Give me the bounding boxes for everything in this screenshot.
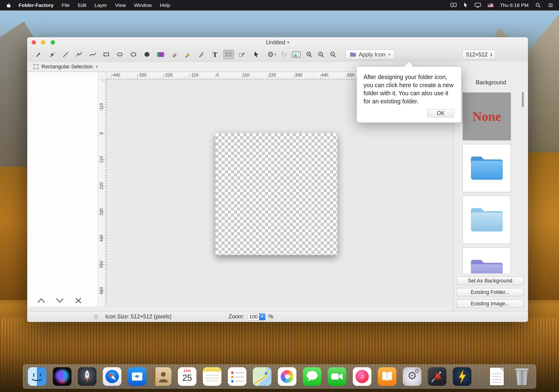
ellipse-tool-button[interactable]: [128, 50, 139, 59]
set-as-background-button[interactable]: Set As Background: [457, 277, 523, 285]
knife-tool-button[interactable]: [196, 50, 207, 59]
zoom-value-input[interactable]: [248, 313, 259, 320]
redo-button[interactable]: ↻: [281, 51, 287, 58]
ruler-label: -110: [99, 101, 104, 114]
menu-view[interactable]: View: [115, 2, 126, 8]
dock-icon-facetime[interactable]: [328, 367, 346, 386]
marquee-selection-tool-button[interactable]: [223, 50, 234, 59]
dock-icon-contacts[interactable]: [153, 367, 171, 386]
menu-file[interactable]: File: [62, 2, 70, 8]
icon-size-stepper[interactable]: 512×512 ▲▼: [462, 50, 496, 59]
pencil-tool-button[interactable]: [183, 50, 193, 59]
dock-icon-finder[interactable]: [28, 367, 47, 386]
menu-edit[interactable]: Edit: [78, 2, 86, 8]
input-source-us-flag-icon[interactable]: [488, 4, 493, 7]
dock-icon-photos[interactable]: [278, 367, 296, 386]
ruler-label: 660: [99, 284, 104, 297]
popover-text: After designing your folder icon, you ca…: [363, 74, 454, 104]
dock-icon-textedit[interactable]: [488, 367, 506, 386]
dock-icon-trash[interactable]: [512, 367, 531, 386]
background-tile-none[interactable]: None: [463, 93, 511, 140]
zoom-actual-size-button[interactable]: [317, 51, 325, 58]
display-mirroring-icon[interactable]: [450, 3, 457, 8]
selection-mode-label: Rectangular Selection: [41, 64, 93, 70]
gear-menu-button[interactable]: ⚙ ▾: [267, 51, 276, 58]
move-layer-up-button[interactable]: [37, 298, 46, 305]
zoom-combo-box[interactable]: ▼: [247, 313, 265, 320]
background-tile-purple-folder[interactable]: [463, 247, 511, 273]
title-bar[interactable]: Untitled ▾: [27, 37, 528, 48]
dock-icon-folder-factory[interactable]: [428, 367, 446, 386]
eraser-tool-button[interactable]: [169, 50, 179, 59]
zoom-label: Zoom:: [229, 313, 244, 320]
rounded-rectangle-tool-button[interactable]: [115, 50, 125, 59]
polyline-tool-button[interactable]: [74, 50, 84, 59]
apple-menu-icon[interactable]: [5, 2, 10, 8]
menu-window[interactable]: Window: [134, 2, 152, 8]
move-layer-down-button[interactable]: [55, 298, 64, 305]
text-tool-glyph: T: [213, 51, 217, 58]
vertical-ruler: -110 0 110 220 330 440 550 660: [98, 80, 107, 307]
background-tile-blue-folder[interactable]: [463, 144, 511, 192]
gear-icon-small: ⚙: [414, 368, 419, 374]
chevron-down-icon: ▾: [274, 52, 276, 57]
zoom-out-button[interactable]: [329, 51, 337, 58]
ruler-label: 330: [99, 205, 104, 219]
cursor-tool-button[interactable]: [251, 50, 261, 59]
dock-icon-ibooks[interactable]: [378, 367, 396, 386]
canvas-transparency-checkerboard[interactable]: [215, 133, 337, 255]
window-title: Untitled: [266, 39, 285, 46]
ruler-label: 550: [347, 73, 354, 78]
zoom-actual-icon: [317, 51, 325, 58]
text-tool-button[interactable]: T: [210, 50, 220, 59]
percent-label: %: [268, 313, 273, 320]
apply-icon-button[interactable]: Apply Icon ▾: [345, 49, 395, 60]
line-tool-button[interactable]: [60, 50, 71, 59]
existing-folder-button[interactable]: Existing Folder...: [457, 288, 523, 296]
background-tile-sky-folder[interactable]: [463, 196, 511, 244]
sidebar-resize-handle[interactable]: [94, 315, 98, 319]
panel-scrollbar-thumb[interactable]: [522, 92, 524, 107]
brush-tool-button[interactable]: [47, 50, 57, 59]
dock-icon-lightning-app[interactable]: [453, 367, 471, 386]
curve-tool-button[interactable]: [88, 50, 98, 59]
icon-size-status: Icon Size: 512×512 (pixels): [105, 313, 171, 320]
menu-clock[interactable]: Thu 6:18 PM: [500, 2, 529, 8]
zoom-in-button[interactable]: [306, 51, 313, 58]
notification-center-icon[interactable]: [548, 3, 554, 8]
menu-layer[interactable]: Layer: [94, 2, 107, 8]
dock-icon-reminders[interactable]: [228, 367, 246, 386]
sky-folder-icon: [469, 205, 505, 234]
spotlight-search-icon[interactable]: [535, 2, 541, 8]
menu-help[interactable]: Help: [160, 2, 170, 8]
polygon-tool-button[interactable]: [142, 50, 152, 59]
popover-ok-button[interactable]: OK: [427, 109, 454, 117]
dock-icon-launchpad[interactable]: [78, 367, 96, 386]
rectangle-tool-button[interactable]: [101, 50, 112, 59]
dock-icon-system-preferences[interactable]: ⚙ ⚙: [403, 367, 421, 386]
dock-icon-maps[interactable]: [253, 367, 271, 386]
dock-icon-mail[interactable]: [128, 367, 146, 386]
dock-icon-notes[interactable]: [203, 367, 221, 386]
dock-icon-messages[interactable]: [303, 367, 321, 386]
zoom-in-icon: [306, 51, 313, 58]
insert-image-button[interactable]: [292, 51, 301, 58]
existing-image-button[interactable]: Existing Image...: [457, 299, 523, 308]
window-title-menu[interactable]: Untitled ▾: [27, 37, 528, 48]
eyedropper-tool-button[interactable]: [33, 50, 44, 59]
freeform-selection-tool-button[interactable]: [237, 50, 247, 59]
zoom-dropdown-button[interactable]: ▼: [259, 313, 265, 320]
pointer-icon[interactable]: [463, 2, 468, 8]
delete-layer-button[interactable]: [74, 298, 83, 305]
ruler-label: 550: [99, 258, 104, 271]
none-label: None: [473, 109, 501, 124]
menu-app-name[interactable]: Folder-Factory: [19, 2, 54, 8]
dock-icon-itunes[interactable]: ♫: [353, 367, 371, 386]
dock-icon-siri[interactable]: [53, 367, 71, 386]
dock-icon-calendar[interactable]: JAN 25: [178, 367, 196, 386]
display-icon[interactable]: [475, 3, 481, 8]
ruler-corner: [98, 72, 107, 80]
dock-icon-safari[interactable]: [103, 367, 121, 386]
menu-bar: Folder-Factory File Edit Layer View Wind…: [0, 0, 559, 10]
gradient-tool-button[interactable]: [156, 50, 166, 59]
